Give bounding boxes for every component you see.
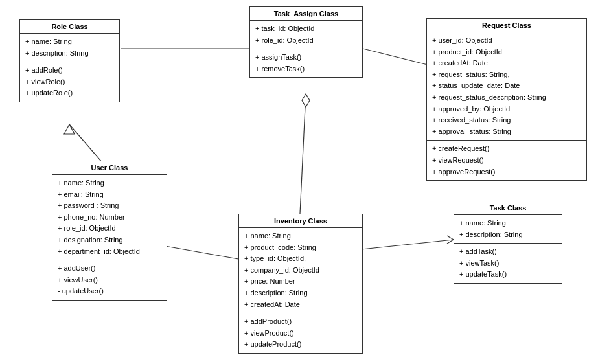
inventory-class-title: Inventory Class: [239, 214, 362, 228]
user-class-box: User Class + name: String + email: Strin…: [52, 161, 167, 301]
svg-line-8: [362, 240, 454, 249]
request-class-attributes: + user_id: ObjectId + product_id: Object…: [427, 32, 586, 141]
role-class-box: Role Class + name: String + description:…: [19, 19, 120, 102]
role-class-attributes: + name: String + description: String: [20, 34, 119, 62]
inventory-class-box: Inventory Class + name: String + product…: [238, 214, 363, 354]
request-class-box: Request Class + user_id: ObjectId + prod…: [426, 18, 587, 181]
task-assign-class-methods: + assignTask() + removeTask(): [250, 49, 362, 77]
svg-marker-7: [302, 94, 310, 107]
task-class-attributes: + name: String + description: String: [454, 215, 562, 244]
svg-line-0: [69, 124, 102, 162]
task-assign-class-attributes: + task_id: ObjectId + role_id: ObjectId: [250, 21, 362, 49]
task-assign-class-box: Task_Assign Class + task_id: ObjectId + …: [249, 6, 363, 78]
svg-line-9: [165, 246, 238, 259]
user-class-methods: + addUser() + viewUser() - updateUser(): [52, 260, 167, 300]
user-class-attributes: + name: String + email: String + passwor…: [52, 175, 167, 260]
request-class-title: Request Class: [427, 19, 586, 32]
svg-line-4: [363, 49, 428, 65]
task-class-methods: + addTask() + viewTask() + updateTask(): [454, 244, 562, 283]
svg-line-6: [300, 94, 306, 214]
uml-diagram: Role Class + name: String + description:…: [0, 0, 598, 364]
svg-marker-1: [64, 124, 75, 134]
user-class-title: User Class: [52, 161, 167, 175]
task-class-box: Task Class + name: String + description:…: [454, 201, 562, 284]
role-class-title: Role Class: [20, 20, 119, 34]
task-assign-class-title: Task_Assign Class: [250, 7, 362, 21]
inventory-class-methods: + addProduct() + viewProduct() + updateP…: [239, 313, 362, 353]
task-class-title: Task Class: [454, 201, 562, 215]
inventory-class-attributes: + name: String + product_code: String + …: [239, 228, 362, 313]
request-class-methods: + createRequest() + viewRequest() + appr…: [427, 141, 586, 180]
role-class-methods: + addRole() + viewRole() + updateRole(): [20, 62, 119, 102]
